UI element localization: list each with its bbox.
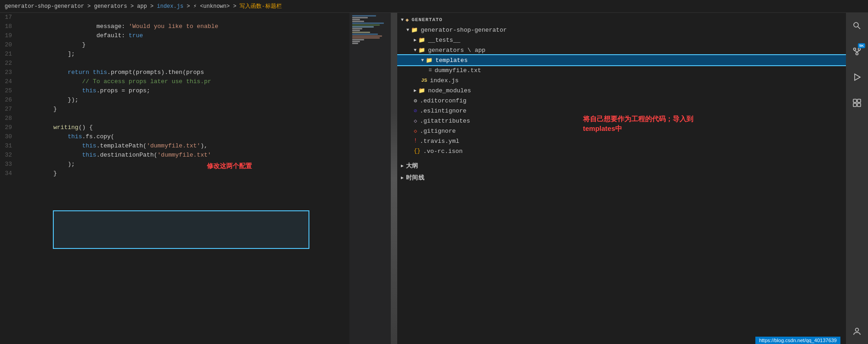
line-code: } <box>17 160 57 187</box>
main-area: 17 message: 'Would you like to enable 18… <box>0 13 868 344</box>
svg-rect-8 <box>857 99 861 102</box>
chevron-down-icon: ▼ <box>414 48 417 53</box>
right-section: ▼ ◆ GENERTATO ▼ 📁 generator-shop-generat… <box>397 13 868 344</box>
tree-item-label: __tests__ <box>428 37 460 44</box>
chevron-down-icon: ▼ <box>406 28 409 33</box>
code-line: 17 message: 'Would you like to enable <box>0 13 349 22</box>
folder-icon: 📁 <box>426 57 433 64</box>
tree-item-gitattributes[interactable]: ◇ .gitattributes <box>397 116 846 126</box>
line-number: 27 <box>0 105 17 114</box>
vertical-scrollbar[interactable] <box>391 13 397 344</box>
svg-point-4 <box>856 53 858 55</box>
source-control-button[interactable]: 5K <box>849 43 865 60</box>
line-number: 29 <box>0 123 17 132</box>
code-content: 17 message: 'Would you like to enable 18… <box>0 13 349 178</box>
tree-item-label: generator-shop-generator <box>421 27 507 34</box>
code-line: 22 return this.prompt(prompts).then(prop… <box>0 59 349 68</box>
js-file-icon: JS <box>421 78 427 83</box>
code-highlight-box <box>53 210 309 249</box>
code-line: 26 } <box>0 96 349 105</box>
tree-item-dummyfile[interactable]: ≡ dummyfile.txt <box>397 65 846 75</box>
line-number: 26 <box>0 96 17 105</box>
outline-section[interactable]: ▶ 大纲 <box>397 160 846 172</box>
line-number: 30 <box>0 132 17 141</box>
tree-item-label: .travis.yml <box>420 138 459 145</box>
chevron-right-icon: ▶ <box>401 163 404 169</box>
tree-root-label: GENERTATO <box>411 17 442 23</box>
tree-item-label: generators \ app <box>428 47 485 54</box>
svg-rect-10 <box>857 103 861 107</box>
code-line: 23 // To access props later use this.pr <box>0 68 349 77</box>
git-icon: ◇ <box>414 128 417 135</box>
tree-item-yo-rc[interactable]: {} .vo-rc.ison <box>397 146 846 156</box>
svg-marker-6 <box>855 74 860 80</box>
account-button[interactable] <box>849 323 865 339</box>
file-tree[interactable]: ▼ ◆ GENERTATO ▼ 📁 generator-shop-generat… <box>397 13 846 344</box>
tree-item-generator-shop[interactable]: ▼ 📁 generator-shop-generator <box>397 25 846 35</box>
tree-item-label: .gitattributes <box>420 118 470 124</box>
breadcrumb-text: generator-shop-generator > generators > … <box>5 2 282 10</box>
tree-item-editorconfig[interactable]: ⚙ .editorconfig <box>397 96 846 106</box>
right-activity-bar: 5K <box>846 13 868 344</box>
tree-item-tests[interactable]: ▶ 📁 __tests__ <box>397 35 846 45</box>
svg-point-3 <box>858 48 861 51</box>
tree-item-label: templates <box>435 57 468 64</box>
source-control-badge: 5K <box>858 43 865 48</box>
tree-item-label: .eslintignore <box>420 107 466 114</box>
tree-item-label: .editorconfig <box>420 97 466 104</box>
status-url: https://blog.csdn.net/qq_40137639 <box>755 337 840 344</box>
folder-icon: 📁 <box>411 27 418 34</box>
extensions-button[interactable] <box>849 95 865 111</box>
tree-item-gitignore[interactable]: ◇ .gitignore <box>397 126 846 136</box>
code-line: 28 writing() { <box>0 114 349 123</box>
tree-item-label: dummyfile.txt <box>434 67 481 74</box>
json-icon: {} <box>414 148 420 154</box>
line-number: 28 <box>0 114 17 123</box>
tree-item-label: .vo-rc.ison <box>423 148 463 155</box>
folder-icon: 📁 <box>418 47 425 54</box>
chevron-down-icon: ▼ <box>421 58 424 63</box>
line-number: 23 <box>0 68 17 77</box>
tree-item-eslintignore[interactable]: ⊘ .eslintignore <box>397 106 846 116</box>
tree-item-generators-app[interactable]: ▼ 📁 generators \ app <box>397 45 846 55</box>
line-number: 22 <box>0 59 17 68</box>
chevron-right-icon: ▶ <box>401 175 404 180</box>
tree-item-indexjs[interactable]: JS index.js <box>397 75 846 85</box>
line-number: 32 <box>0 151 17 160</box>
run-button[interactable] <box>849 69 865 85</box>
folder-icon: 📁 <box>418 87 425 94</box>
code-editor[interactable]: 17 message: 'Would you like to enable 18… <box>0 13 349 344</box>
svg-rect-7 <box>853 99 857 102</box>
folder-icon: ◆ <box>405 17 409 23</box>
breadcrumb-bar: generator-shop-generator > generators > … <box>0 0 868 13</box>
line-number: 31 <box>0 141 17 151</box>
code-line: 30 this.templatePath('dummyfile.txt'), <box>0 132 349 141</box>
tree-item-travis[interactable]: ! .travis.yml <box>397 136 846 146</box>
line-number: 24 <box>0 77 17 86</box>
code-line: 29 this.fs.copy( <box>0 123 349 132</box>
search-button[interactable] <box>849 17 865 34</box>
tree-item-label: index.js <box>430 77 458 84</box>
chevron-right-icon: ▶ <box>414 37 417 43</box>
tree-item-label: node_modules <box>428 87 471 94</box>
tree-root[interactable]: ▼ ◆ GENERTATO <box>397 15 846 25</box>
line-number: 20 <box>0 40 17 50</box>
folder-icon: 📁 <box>418 37 425 44</box>
git-icon: ◇ <box>414 118 417 124</box>
line-number: 17 <box>0 13 17 22</box>
timeline-label: 时间线 <box>406 174 425 182</box>
line-number: 25 <box>0 86 17 96</box>
svg-point-11 <box>856 328 859 332</box>
chevron-down-icon: ▼ <box>401 17 404 23</box>
travis-icon: ! <box>414 138 417 144</box>
line-number: 33 <box>0 160 17 169</box>
line-number: 18 <box>0 22 17 31</box>
line-number: 34 <box>0 169 17 178</box>
code-line: 31 this.destinationPath('dummyfile.txt' <box>0 141 349 151</box>
line-number: 19 <box>0 31 17 40</box>
timeline-section[interactable]: ▶ 时间线 <box>397 172 846 184</box>
tree-item-templates[interactable]: ▼ 📁 templates <box>397 55 846 65</box>
line-number: 21 <box>0 50 17 59</box>
chevron-right-icon: ▶ <box>414 88 417 93</box>
tree-item-node-modules[interactable]: ▶ 📁 node_modules <box>397 85 846 96</box>
